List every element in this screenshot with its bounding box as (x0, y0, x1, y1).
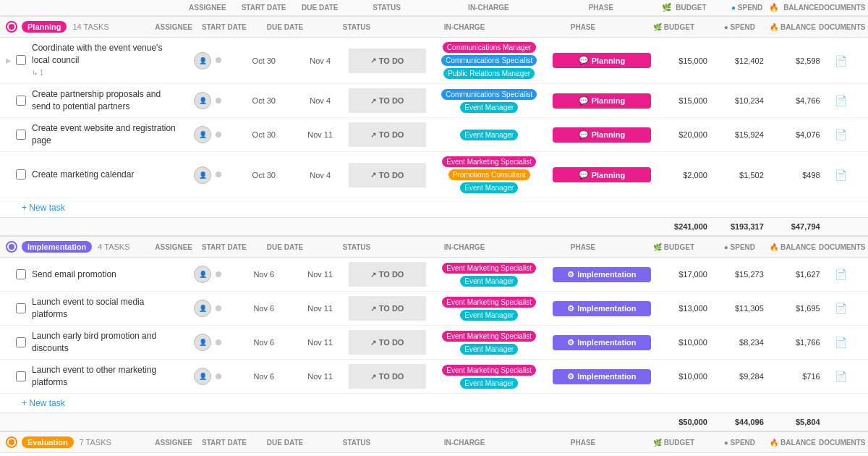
task-checkbox[interactable] (16, 130, 26, 140)
add-task-implementation[interactable]: + New task (0, 394, 868, 413)
status-label: TO DO (379, 372, 404, 381)
add-task-planning[interactable]: + New task (0, 198, 868, 217)
status-label: TO DO (379, 338, 404, 347)
task-docs: 📄 (820, 337, 862, 348)
task-checkbox[interactable] (16, 269, 26, 279)
task-docs: 📄 (820, 169, 862, 181)
document-icon[interactable]: 📄 (835, 95, 847, 106)
table-row: Send email promotion 👤 Nov 6 Nov 11 ↗ TO… (0, 258, 868, 292)
incharge-tag: Event Marketing Specialist (442, 263, 536, 274)
col-header-spend: ● SPEND (707, 4, 763, 12)
total-spend: $44,096 (707, 418, 764, 426)
task-status[interactable]: ↗ TO DO (349, 48, 426, 73)
section-toggle-evaluation[interactable] (6, 436, 17, 448)
col-header-due: DUE DATE (292, 4, 348, 12)
total-budget: $50,000 (651, 418, 707, 426)
task-checkbox[interactable] (16, 55, 26, 65)
task-status[interactable]: ↗ TO DO (349, 163, 426, 187)
task-status[interactable]: ↗ TO DO (349, 296, 426, 321)
status-label: TO DO (379, 171, 404, 180)
total-budget: $241,000 (651, 222, 707, 231)
avatar: 👤 (194, 126, 211, 143)
task-expand-icon (6, 97, 13, 104)
task-phase: 💬 Planning (553, 127, 651, 143)
task-balance: $1,627 (764, 270, 820, 279)
section-toggle-planning[interactable] (6, 21, 17, 33)
task-status[interactable]: ↗ TO DO (349, 88, 426, 113)
task-budget: $2,000 (651, 171, 707, 180)
task-status[interactable]: ↗ TO DO (349, 122, 426, 147)
col-assignee-hdr: ASSIGNEE (155, 243, 192, 251)
section-toggle-implementation[interactable] (6, 241, 17, 253)
col-header-documents: DOCUMENTS (819, 4, 862, 12)
document-icon[interactable]: 📄 (835, 269, 847, 280)
document-icon[interactable]: 📄 (835, 337, 847, 348)
task-checkbox[interactable] (16, 371, 26, 381)
task-name-text: Launch early bird promotion and discount… (32, 330, 179, 355)
task-name-text: Create event website and registration pa… (32, 122, 179, 147)
task-name-text: Create partnership proposals and send to… (32, 88, 179, 113)
incharge-tag: Event Manager (460, 182, 518, 193)
phase-badge: ⚙ Implementation (553, 369, 651, 384)
phase-icon: 💬 (579, 170, 589, 180)
document-icon[interactable]: 📄 (835, 303, 847, 314)
incharge-tag: Event Manager (460, 344, 518, 355)
task-spend: $12,402 (707, 56, 764, 65)
incharge-tag: Communications Specialist (441, 89, 537, 100)
totals-row-planning: $241,000 $193,317 $47,794 (0, 217, 868, 236)
arrow-icon: ↗ (370, 171, 376, 179)
task-budget: $10,000 (651, 338, 707, 347)
task-phase: 💬 Planning (553, 167, 651, 182)
task-spend: $15,924 (707, 130, 764, 139)
phase-icon: ⚙ (567, 338, 574, 347)
task-assignee: 👤 (179, 126, 236, 143)
document-icon[interactable]: 📄 (835, 169, 847, 181)
table-row: Create partnership proposals and send to… (0, 84, 868, 118)
document-icon[interactable]: 📄 (835, 371, 847, 382)
avatar: 👤 (194, 266, 211, 283)
task-checkbox[interactable] (16, 169, 26, 180)
avatar: 👤 (194, 368, 211, 385)
task-budget: $20,000 (651, 130, 707, 139)
task-docs: 📄 (820, 269, 862, 280)
task-balance: $498 (764, 171, 820, 180)
task-budget: $17,000 (651, 270, 707, 279)
arrow-icon: ↗ (370, 97, 376, 105)
arrow-icon: ↗ (370, 271, 376, 279)
phase-label: Implementation (577, 270, 636, 279)
table-row: ▶ Coordinate with the event venue's loca… (0, 38, 868, 84)
task-budget: $10,000 (651, 372, 707, 381)
task-docs: 📄 (820, 129, 862, 140)
task-incharge: Event Marketing SpecialistEvent Manager (426, 331, 553, 355)
document-icon[interactable]: 📄 (835, 129, 847, 140)
task-status[interactable]: ↗ TO DO (349, 330, 426, 355)
section-header-implementation[interactable]: Implementation 4 TASKS ASSIGNEE START DA… (0, 236, 868, 258)
section-badge-implementation: Implementation (22, 241, 92, 253)
task-incharge: Event Marketing SpecialistEvent Manager (426, 297, 553, 321)
task-phase: 💬 Planning (553, 93, 651, 109)
task-spend: $9,284 (707, 372, 764, 381)
incharge-tag: Event Manager (460, 130, 518, 140)
task-budget: $15,000 (651, 56, 707, 65)
task-due-date: Nov 11 (292, 304, 349, 313)
task-status[interactable]: ↗ TO DO (349, 364, 426, 389)
task-budget: $13,000 (651, 304, 707, 313)
task-incharge: Communications SpecialistEvent Manager (426, 89, 553, 113)
document-icon[interactable]: 📄 (835, 55, 847, 67)
task-spend: $8,234 (707, 338, 764, 347)
section-header-evaluation[interactable]: Evaluation 7 TASKS ASSIGNEE START DATE D… (0, 431, 868, 453)
status-todo-badge: ↗ TO DO (365, 94, 410, 107)
task-due-date: Nov 4 (292, 171, 349, 180)
task-due-date: Nov 11 (292, 130, 349, 139)
task-phase: 💬 Planning (553, 53, 651, 68)
task-checkbox[interactable] (16, 96, 26, 106)
avatar-small (216, 57, 221, 63)
task-checkbox[interactable] (16, 337, 26, 347)
section-header-planning[interactable]: Planning 14 TASKS ASSIGNEE START DATE DU… (0, 16, 868, 38)
col-assignee-hdr: ASSIGNEE (155, 23, 192, 31)
totals-row-implementation: $50,000 $44,096 $5,804 (0, 413, 868, 431)
task-checkbox[interactable] (16, 303, 26, 313)
task-incharge: Event Marketing SpecialistEvent Manager (426, 263, 553, 287)
task-incharge: Communications ManagerCommunications Spe… (426, 42, 553, 79)
task-status[interactable]: ↗ TO DO (349, 262, 426, 287)
